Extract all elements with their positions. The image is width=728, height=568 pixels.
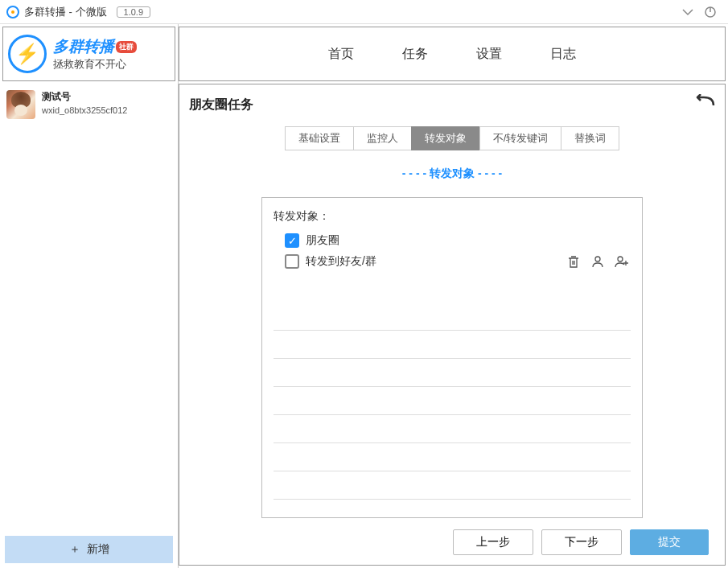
tab-forward-target[interactable]: 转发对象 — [411, 126, 480, 150]
tab-basic[interactable]: 基础设置 — [285, 126, 354, 150]
logo-title: 多群转播 社群 — [53, 36, 170, 57]
logo-badge: 社群 — [116, 41, 137, 53]
checkbox-friends-groups[interactable] — [285, 254, 299, 269]
tabs: 基础设置 监控人 转发对象 不/转发键词 替换词 — [189, 126, 715, 150]
tab-keywords[interactable]: 不/转发键词 — [479, 126, 562, 150]
list-area — [274, 303, 631, 506]
next-button[interactable]: 下一步 — [541, 529, 622, 555]
app-icon — [6, 6, 19, 19]
account-id: wxid_o8btx3255cf012 — [42, 105, 127, 115]
power-icon[interactable] — [699, 1, 722, 23]
nav-tasks[interactable]: 任务 — [402, 46, 428, 63]
checkbox-moments-label: 朋友圈 — [306, 233, 339, 248]
logo-icon: ⚡ — [8, 35, 47, 73]
top-nav: 首页 任务 设置 日志 — [179, 27, 726, 81]
submit-button[interactable]: 提交 — [630, 529, 709, 555]
delete-icon[interactable] — [565, 253, 582, 270]
account-item[interactable]: 测试号 wxid_o8btx3255cf012 — [0, 84, 178, 126]
logo-subtitle: 拯救教育不开心 — [53, 57, 170, 72]
tab-monitor[interactable]: 监控人 — [353, 126, 412, 150]
add-button[interactable]: ＋ 新增 — [5, 536, 173, 563]
checkbox-moments[interactable]: ✓ — [285, 233, 299, 248]
svg-point-2 — [595, 257, 600, 261]
back-icon[interactable] — [693, 94, 715, 115]
plus-icon: ＋ — [69, 542, 80, 557]
account-name: 测试号 — [42, 90, 127, 104]
nav-log[interactable]: 日志 — [550, 46, 576, 63]
form-box: 转发对象： ✓ 朋友圈 转发到好友/群 — [261, 197, 643, 518]
section-title: - - - - 转发对象 - - - - — [189, 167, 715, 181]
svg-point-3 — [618, 257, 623, 261]
avatar — [6, 90, 35, 119]
prev-button[interactable]: 上一步 — [453, 529, 533, 555]
logo-box: ⚡ 多群转播 社群 拯救教育不开心 — [2, 27, 175, 81]
app-title: 多群转播 - 个微版 — [24, 5, 107, 19]
tab-replace[interactable]: 替换词 — [561, 126, 619, 150]
nav-home[interactable]: 首页 — [328, 46, 354, 63]
nav-settings[interactable]: 设置 — [476, 46, 502, 63]
form-label: 转发对象： — [274, 209, 631, 224]
person-icon[interactable] — [589, 253, 607, 270]
content-panel: 朋友圈任务 基础设置 监控人 转发对象 不/转发键词 替换词 - - - - 转… — [179, 84, 726, 566]
titlebar: 多群转播 - 个微版 1.0.9 — [0, 0, 728, 24]
footer-buttons: 上一步 下一步 提交 — [189, 529, 715, 555]
add-person-icon[interactable] — [613, 253, 631, 270]
sidebar: ⚡ 多群转播 社群 拯救教育不开心 测试号 wxid_o8btx3255cf01… — [0, 24, 179, 568]
panel-title: 朋友圈任务 — [189, 97, 253, 113]
version-badge: 1.0.9 — [117, 6, 150, 18]
minimize-icon[interactable] — [677, 1, 699, 23]
checkbox-friends-groups-label: 转发到好友/群 — [306, 254, 376, 269]
